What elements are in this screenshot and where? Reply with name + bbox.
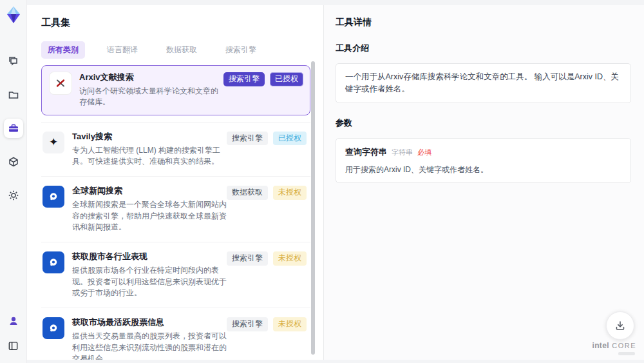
category-tabs: 所有类别 语言翻译 数据获取 搜索引擎 xyxy=(41,41,310,59)
tavily-logo-icon: ✦ xyxy=(43,132,64,153)
param-required-flag: 必填 xyxy=(417,147,431,158)
category-badge: 数据获取 xyxy=(227,186,268,200)
status-badge: 已授权 xyxy=(270,72,303,86)
tool-name: 全球新闻搜索 xyxy=(72,186,227,197)
status-badge: 未授权 xyxy=(273,317,307,331)
rail-nav xyxy=(4,52,23,205)
app-logo-icon xyxy=(4,5,23,25)
tool-text: 获取市场最活跃股票信息 提供当天交易量最高的股票列表，投资者可以利用这些信息来识… xyxy=(72,317,227,360)
intel-core-logo: intel core xyxy=(592,339,636,355)
tool-badges: 搜索引擎 已授权 xyxy=(223,72,303,86)
tool-card-sector-performance[interactable]: 获取股市各行业表现 提供股票市场各个行业在特定时间段内的表现。投资者可以利用这些… xyxy=(41,242,310,308)
tool-desc: 专为人工智能代理 (LLM) 构建的搜索引擎工具。可快速提供实时、准确和真实的结… xyxy=(72,145,227,168)
param-desc: 用于搜索的Arxiv ID、关键字或作者姓名。 xyxy=(345,164,621,175)
tool-text: 获取股市各行业表现 提供股票市场各个行业在特定时间段内的表现。投资者可以利用这些… xyxy=(72,251,227,299)
icon-rail xyxy=(0,0,27,363)
rail-bottom xyxy=(4,311,23,355)
tool-badges: 搜索引擎 未授权 xyxy=(227,251,307,266)
tool-name: 获取股市各行业表现 xyxy=(72,251,227,262)
category-badge: 搜索引擎 xyxy=(227,317,268,331)
tool-text: 全球新闻搜索 全球新闻搜索是一个聚合全球各大新闻网站内容的搜索引擎，帮助用户快速… xyxy=(72,186,227,233)
finance-logo-icon xyxy=(43,317,64,339)
scrollbar-thumb[interactable] xyxy=(311,61,315,355)
intro-box: 一个用于从Arxiv存储库搜索科学论文和文章的工具。 输入可以是Arxiv ID… xyxy=(336,63,631,103)
intel-logo-text: intel xyxy=(592,341,609,350)
category-badge: 搜索引擎 xyxy=(227,251,268,266)
tool-text: Tavily搜索 专为人工智能代理 (LLM) 构建的搜索引擎工具。可快速提供实… xyxy=(72,132,227,168)
param-type: 字符串 xyxy=(392,147,413,158)
status-badge: 已授权 xyxy=(273,132,307,146)
arxiv-logo-icon xyxy=(50,72,71,94)
download-button[interactable] xyxy=(606,311,634,340)
tool-card-global-news[interactable]: 全球新闻搜索 全球新闻搜索是一个聚合全球各大新闻网站内容的搜索引擎，帮助用户快速… xyxy=(41,177,310,242)
param-head: 查询字符串 字符串 必填 xyxy=(345,146,621,159)
folder-icon[interactable] xyxy=(4,85,23,104)
param-box: 查询字符串 字符串 必填 用于搜索的Arxiv ID、关键字或作者姓名。 xyxy=(336,138,631,184)
chat-icon[interactable] xyxy=(4,52,23,71)
tool-text: Arxiv文献搜索 访问各个研究领域大量科学论文和文章的存储库。 xyxy=(79,72,223,108)
tool-desc: 提供股票市场各个行业在特定时间段内的表现。投资者可以利用这些信息来识别表现优于或… xyxy=(72,265,227,299)
toolbox-icon[interactable] xyxy=(4,119,23,138)
tool-name: 获取市场最活跃股票信息 xyxy=(72,317,227,328)
tool-details-panel: 工具详情 工具介绍 一个用于从Arxiv存储库搜索科学论文和文章的工具。 输入可… xyxy=(323,5,644,360)
intel-logo-sub-badge xyxy=(618,352,635,355)
status-badge: 未授权 xyxy=(273,186,307,200)
window-top-edge xyxy=(27,0,644,5)
finance-logo-icon xyxy=(43,251,64,273)
status-badge: 未授权 xyxy=(273,251,307,266)
param-name: 查询字符串 xyxy=(345,146,387,159)
tool-desc: 访问各个研究领域大量科学论文和文章的存储库。 xyxy=(79,86,223,108)
news-search-logo-icon xyxy=(43,186,64,208)
settings-gear-icon[interactable] xyxy=(4,186,23,205)
tool-badges: 搜索引擎 未授权 xyxy=(227,317,307,331)
tool-card-arxiv[interactable]: Arxiv文献搜索 访问各个研究领域大量科学论文和文章的存储库。 搜索引擎 已授… xyxy=(41,65,310,115)
core-logo-text: core xyxy=(612,342,636,349)
params-heading: 参数 xyxy=(336,117,631,129)
window-bottom-edge xyxy=(27,360,644,363)
tool-card-tavily[interactable]: ✦ Tavily搜索 专为人工智能代理 (LLM) 构建的搜索引擎工具。可快速提… xyxy=(41,122,310,177)
tab-data-fetch[interactable]: 数据获取 xyxy=(160,41,204,59)
tool-list-panel: 工具集 所有类别 语言翻译 数据获取 搜索引擎 Arxiv文献搜索 访问各个研究… xyxy=(27,5,323,360)
tool-name: Arxiv文献搜索 xyxy=(79,72,223,83)
tab-language-translation[interactable]: 语言翻译 xyxy=(100,41,144,59)
tool-badges: 数据获取 未授权 xyxy=(227,186,307,200)
tool-name: Tavily搜索 xyxy=(72,132,227,142)
collapse-panel-icon[interactable] xyxy=(4,336,23,355)
tab-all-categories[interactable]: 所有类别 xyxy=(41,41,85,59)
details-title: 工具详情 xyxy=(336,17,631,28)
tool-list: Arxiv文献搜索 访问各个研究领域大量科学论文和文章的存储库。 搜索引擎 已授… xyxy=(41,65,310,360)
category-badge: 搜索引擎 xyxy=(223,72,265,86)
list-scrollbar[interactable] xyxy=(311,58,315,360)
tool-card-most-active-stocks[interactable]: 获取市场最活跃股票信息 提供当天交易量最高的股票列表，投资者可以利用这些信息来识… xyxy=(41,308,310,360)
tool-desc: 提供当天交易量最高的股票列表，投资者可以利用这些信息来识别流动性强的股票和潜在的… xyxy=(72,331,227,360)
tool-desc: 全球新闻搜索是一个聚合全球各大新闻网站内容的搜索引擎，帮助用户快速获取全球最新资… xyxy=(72,199,227,233)
user-avatar-icon[interactable] xyxy=(4,311,23,331)
category-badge: 搜索引擎 xyxy=(227,132,268,146)
page-title: 工具集 xyxy=(41,17,310,29)
intro-heading: 工具介绍 xyxy=(336,43,631,54)
tool-badges: 搜索引擎 已授权 xyxy=(227,132,307,146)
cube-icon[interactable] xyxy=(4,152,23,172)
tab-search-engine[interactable]: 搜索引擎 xyxy=(219,41,263,59)
